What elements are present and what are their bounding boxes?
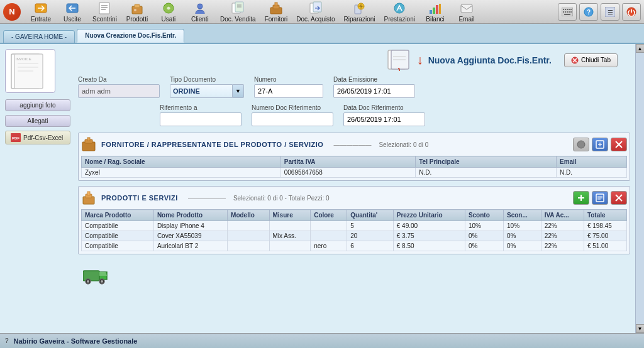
svg-rect-27: [439, 4, 441, 14]
keyboard-btn[interactable]: [558, 3, 577, 21]
doc-header: ↓ Nuova Aggiunta Doc.Fis.Entr. Chiudi Ta…: [78, 49, 630, 71]
table-row[interactable]: Zyxel 00695847658 N.D. N.D.: [82, 168, 627, 178]
settings-btn[interactable]: ☰: [601, 3, 619, 21]
toolbar-fornitori-label: Fornitori: [265, 16, 288, 23]
toolbar-uscite-label: Uscite: [64, 16, 81, 23]
fornitore-select-btn[interactable]: [573, 138, 589, 151]
question-btn[interactable]: ?: [579, 3, 598, 21]
table-row[interactable]: Compatibile Display iPhone 4 5 € 49.00 1…: [82, 221, 627, 231]
numero-input[interactable]: [254, 84, 323, 98]
tabbar: - GAVEIRA HOME - Nuova Creazione Doc.Fis…: [0, 24, 644, 44]
col-iva: IVA Ac...: [541, 210, 584, 221]
col-modello: Modello: [228, 210, 269, 221]
tipo-documento-arrow[interactable]: ▼: [233, 84, 244, 98]
toolbar-bilanci[interactable]: Bilanci: [420, 0, 450, 24]
toolbar-usati-label: Usati: [162, 16, 176, 23]
prod-colore-3: nero: [311, 241, 347, 251]
tab-home[interactable]: - GAVEIRA HOME -: [3, 30, 75, 43]
numero-label: Numero: [254, 76, 323, 83]
prodotti-actions: [573, 191, 627, 205]
svg-point-64: [577, 141, 585, 148]
document-preview: INVOICE: [5, 49, 55, 93]
prod-totale-2: € 75.00: [584, 231, 626, 241]
prod-totale-1: € 198.45: [584, 221, 626, 231]
prod-qty-2: 20: [347, 231, 393, 241]
toolbar-fornitori[interactable]: Fornitori: [261, 0, 292, 24]
toolbar-docacquisto[interactable]: Doc. Acquisto: [292, 0, 338, 24]
toolbar-prodotti[interactable]: Prodotti: [122, 0, 152, 24]
app-logo[interactable]: N: [3, 3, 21, 21]
aggiungi-foto-btn[interactable]: aggiungi foto: [5, 99, 70, 111]
svg-rect-30: [563, 9, 564, 10]
riferimento-a-input[interactable]: [160, 112, 242, 126]
prod-marca-3: Compatibile: [82, 241, 154, 251]
truck-icon: [83, 264, 108, 285]
tab-nuova-creazione[interactable]: Nuova Creazione Doc.Fis.Entr.: [77, 29, 184, 43]
toolbar-docvendita-label: Doc. Vendita: [220, 16, 256, 23]
prod-iva-2: 22%: [541, 231, 584, 241]
prodotti-add-btn[interactable]: [573, 191, 589, 205]
col-sconto: Sconto: [465, 210, 503, 221]
toolbar-riparazioni[interactable]: Riparazioni: [340, 0, 379, 24]
allegati-btn[interactable]: Allegati: [5, 115, 70, 127]
prod-misure-1: [269, 221, 311, 231]
toolbar-clienti[interactable]: Clienti: [185, 0, 215, 24]
creato-da-group: Creato Da: [78, 76, 160, 98]
toolbar-scontrini[interactable]: Scontrini: [89, 0, 121, 24]
fornitore-col-piva: Partita IVA: [280, 156, 416, 168]
toolbar-prestazioni-label: Prestazioni: [384, 16, 415, 23]
toolbar-usati[interactable]: Usati: [153, 0, 184, 24]
prod-nome-2: Cover XA55039: [153, 231, 227, 241]
scrollbar[interactable]: ▲ ▼: [635, 44, 644, 333]
fornitore-col-tel: Tel Principale: [416, 156, 557, 168]
red-arrow-icon: ↓: [417, 53, 423, 67]
num-doc-rif-label: Numero Doc Riferimento: [252, 104, 333, 111]
scroll-up-btn[interactable]: ▲: [636, 44, 645, 53]
prod-modello-1: [228, 221, 269, 231]
fornitore-edit-btn[interactable]: [592, 138, 608, 151]
toolbar-uscite[interactable]: Uscite: [57, 0, 87, 24]
tipo-documento-group: Tipo Documento ORDINE ▼: [170, 76, 244, 98]
toolbar-riparazioni-label: Riparazioni: [343, 16, 375, 23]
svg-rect-72: [87, 192, 90, 195]
prod-modello-2: [228, 231, 269, 241]
col-colore: Colore: [311, 210, 347, 221]
svg-rect-2: [99, 3, 109, 14]
toolbar-docacquisto-label: Doc. Acquisto: [296, 16, 335, 23]
svg-text:☰: ☰: [608, 9, 613, 16]
prodotti-table: Marca Prodotto Nome Prodotto Modello Mis…: [81, 209, 627, 251]
creato-da-input[interactable]: [78, 84, 160, 98]
close-tab-btn[interactable]: Chiudi Tab: [564, 53, 618, 67]
fornitore-piva: 00695847658: [280, 168, 416, 178]
toolbar-docvendita[interactable]: Doc. Vendita: [216, 0, 260, 24]
table-row[interactable]: Compatibile Cover XA55039 Mix Ass. 20 € …: [82, 231, 627, 241]
sidebar: INVOICE aggiungi foto Allegati PDF Pdf-C…: [0, 44, 75, 333]
power-btn[interactable]: [622, 3, 641, 21]
pdf-csv-excel-btn[interactable]: PDF Pdf-Csv-Excel: [5, 131, 70, 144]
scroll-down-btn[interactable]: ▼: [636, 324, 645, 333]
data-emissione-input[interactable]: [333, 84, 415, 98]
fornitore-tel: N.D.: [416, 168, 557, 178]
toolbar: N Entrate Uscite Scontrini Prodotti Usat…: [0, 0, 644, 24]
svg-rect-38: [569, 11, 570, 13]
svg-rect-36: [565, 11, 566, 13]
prodotti-delete-btn[interactable]: [611, 191, 627, 205]
prod-iva-1: 22%: [541, 221, 584, 231]
creato-da-label: Creato Da: [78, 76, 160, 83]
fornitore-delete-btn[interactable]: [611, 138, 627, 151]
prodotti-edit-btn[interactable]: [592, 191, 608, 205]
status-text: Nabirio Gaveira - Software Gestionale: [14, 337, 138, 345]
toolbar-entrate[interactable]: Entrate: [26, 0, 56, 24]
data-doc-rif-input[interactable]: [343, 112, 425, 126]
tipo-documento-select[interactable]: ORDINE: [170, 84, 233, 98]
riferimento-a-label: Riferimento a: [160, 104, 242, 111]
table-row[interactable]: Compatibile Auricolari BT 2 nero 6 € 8.5…: [82, 241, 627, 251]
toolbar-email[interactable]: Email: [452, 0, 482, 24]
riferimento-a-group: Riferimento a: [160, 104, 242, 126]
svg-rect-28: [461, 4, 472, 13]
prod-misure-2: Mix Ass.: [269, 231, 311, 241]
toolbar-prestazioni[interactable]: Prestazioni: [380, 0, 419, 24]
col-scon2: Scon...: [504, 210, 541, 221]
num-doc-rif-input[interactable]: [252, 112, 333, 126]
fornitore-section: FORNITORE / RAPPRESENTANTE DEL PRODOTTO …: [78, 133, 630, 181]
